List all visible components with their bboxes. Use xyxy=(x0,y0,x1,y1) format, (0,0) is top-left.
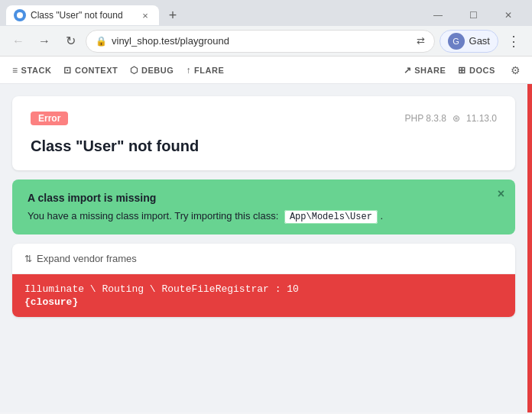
context-icon: ⊡ xyxy=(63,65,72,76)
back-button[interactable]: ← xyxy=(8,31,29,52)
error-meta: PHP 8.3.8 ⊛ 11.13.0 xyxy=(404,113,497,124)
stack-frame-method: {closure} xyxy=(24,296,503,308)
debug-icon: ⬡ xyxy=(130,65,138,76)
php-version: PHP 8.3.8 xyxy=(404,113,446,124)
toolbar-item-stack[interactable]: ≡ STACK xyxy=(6,62,57,79)
stack-label: STACK xyxy=(21,66,52,75)
suggestion-period: . xyxy=(381,210,384,222)
tab-title: Class "User" not found xyxy=(31,10,135,21)
suggestion-box: × A class import is missing You have a m… xyxy=(12,180,515,234)
share-icon: ↗ xyxy=(404,65,412,76)
framework-icon: ⊛ xyxy=(453,113,460,124)
translate-icon[interactable]: ⇄ xyxy=(417,35,425,47)
docs-label: DOCS xyxy=(469,66,495,75)
toolbar: ≡ STACK ⊡ CONTEXT ⬡ DEBUG ↑ FLARE ↗ SHAR… xyxy=(0,57,532,84)
flare-label: FLARE xyxy=(194,66,224,75)
stack-frame-file: Illuminate \ Routing \ RouteFileRegistra… xyxy=(24,283,503,295)
stack-card: ⇅ Expand vendor frames Illuminate \ Rout… xyxy=(12,244,515,317)
window-controls: — ☐ ✕ xyxy=(420,5,526,26)
error-badge: Error xyxy=(31,112,68,125)
url-text: vinyl_shop.test/playground xyxy=(112,35,412,47)
stack-frame-item[interactable]: Illuminate \ Routing \ RouteFileRegistra… xyxy=(12,274,515,317)
suggestion-title: A class import is missing xyxy=(28,192,500,204)
toolbar-item-share[interactable]: ↗ SHARE xyxy=(397,62,453,79)
toolbar-item-flare[interactable]: ↑ FLARE xyxy=(180,62,230,79)
toolbar-item-context[interactable]: ⊡ CONTEXT xyxy=(57,62,124,79)
avatar: G xyxy=(448,33,465,50)
error-title: Class "User" not found xyxy=(31,137,497,155)
suggestion-text: You have a missing class import. Try imp… xyxy=(28,210,278,222)
debug-label: DEBUG xyxy=(141,66,174,75)
context-label: CONTEXT xyxy=(75,66,118,75)
forward-button[interactable]: → xyxy=(34,31,55,52)
lock-icon: 🔒 xyxy=(96,36,107,47)
tab-close-button[interactable]: × xyxy=(139,9,151,21)
active-tab[interactable]: Class "User" not found × xyxy=(6,5,159,25)
profile-button[interactable]: G Gast xyxy=(440,30,498,53)
browser-menu-button[interactable]: ⋮ xyxy=(503,31,524,52)
suggestion-body: You have a missing class import. Try imp… xyxy=(28,210,500,222)
close-window-button[interactable]: ✕ xyxy=(491,5,526,26)
red-sidebar xyxy=(527,84,532,412)
docs-icon: ⊞ xyxy=(458,65,466,76)
address-bar: ← → ↻ 🔒 vinyl_shop.test/playground ⇄ G G… xyxy=(0,26,532,57)
error-card: Error PHP 8.3.8 ⊛ 11.13.0 Class "User" n… xyxy=(12,96,515,170)
framework-version: 11.13.0 xyxy=(466,113,497,124)
page-wrapper: Error PHP 8.3.8 ⊛ 11.13.0 Class "User" n… xyxy=(0,84,532,412)
new-tab-button[interactable]: + xyxy=(162,5,183,26)
toolbar-item-debug[interactable]: ⬡ DEBUG xyxy=(124,62,180,79)
settings-button[interactable]: ⚙ xyxy=(504,60,526,81)
profile-name: Gast xyxy=(469,35,490,47)
url-bar[interactable]: 🔒 vinyl_shop.test/playground ⇄ xyxy=(86,30,435,53)
error-header: Error PHP 8.3.8 ⊛ 11.13.0 xyxy=(31,112,497,125)
flare-icon: ↑ xyxy=(186,65,191,76)
browser-chrome: Class "User" not found × + — ☐ ✕ ← → ↻ 🔒… xyxy=(0,0,532,57)
minimize-button[interactable]: — xyxy=(420,5,456,26)
share-label: SHARE xyxy=(414,66,446,75)
maximize-button[interactable]: ☐ xyxy=(456,5,491,26)
tab-bar: Class "User" not found × + — ☐ ✕ xyxy=(0,0,532,26)
expand-vendor-button[interactable]: ⇅ Expand vendor frames xyxy=(12,244,515,274)
reload-button[interactable]: ↻ xyxy=(60,31,81,52)
suggestion-close-button[interactable]: × xyxy=(498,187,504,201)
tab-favicon xyxy=(14,9,26,21)
suggestion-class: App\Models\User xyxy=(284,210,378,224)
expand-vendor-icon: ⇅ xyxy=(24,254,32,264)
toolbar-item-docs[interactable]: ⊞ DOCS xyxy=(452,62,501,79)
gear-icon: ⚙ xyxy=(511,64,521,76)
stack-icon: ≡ xyxy=(12,65,18,76)
expand-vendor-label: Expand vendor frames xyxy=(37,253,137,264)
main-content: Error PHP 8.3.8 ⊛ 11.13.0 Class "User" n… xyxy=(0,84,532,329)
